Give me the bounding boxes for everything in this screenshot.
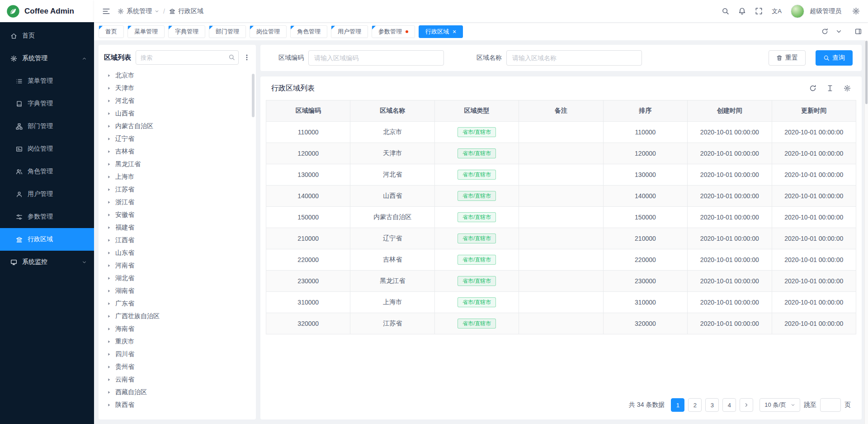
page-size-select[interactable]: 10 条/页 — [760, 398, 800, 412]
tree-item[interactable]: 黑龙江省 — [104, 158, 250, 171]
page-scrollbar-thumb[interactable] — [865, 41, 868, 104]
chevron-down-icon[interactable] — [835, 28, 842, 35]
table-row[interactable]: 120000 天津市 省市/直辖市 120000 2020-10-01 00:0… — [266, 143, 856, 164]
username[interactable]: 超级管理员 — [810, 7, 841, 15]
table-row[interactable]: 110000 北京市 省市/直辖市 110000 2020-10-01 00:0… — [266, 122, 856, 143]
table-row[interactable]: 230000 黑龙江省 省市/直辖市 230000 2020-10-01 00:… — [266, 271, 856, 292]
caret-right-icon[interactable] — [107, 99, 111, 103]
table-row[interactable]: 320000 江苏省 省市/直辖市 320000 2020-10-01 00:0… — [266, 313, 856, 334]
tree-item[interactable]: 山东省 — [104, 247, 250, 259]
caret-right-icon[interactable] — [107, 175, 111, 179]
next-page-button[interactable] — [740, 398, 753, 412]
caret-right-icon[interactable] — [107, 213, 111, 217]
tree-item[interactable]: 福建省 — [104, 221, 250, 234]
tab-close-icon[interactable]: × — [453, 29, 456, 35]
tree-item[interactable]: 广西壮族自治区 — [104, 310, 250, 323]
sidebar-subitem[interactable]: 菜单管理 — [0, 70, 94, 92]
caret-right-icon[interactable] — [107, 137, 111, 141]
page-button[interactable]: 2 — [688, 398, 702, 412]
table-row[interactable]: 130000 河北省 省市/直辖市 130000 2020-10-01 00:0… — [266, 164, 856, 186]
sidebar-subitem[interactable]: 部门管理 — [0, 115, 94, 138]
panel-toggle-icon[interactable] — [855, 28, 862, 35]
tree-item[interactable]: 浙江省 — [104, 196, 250, 209]
tree-search-input[interactable] — [136, 50, 239, 65]
caret-right-icon[interactable] — [107, 251, 111, 255]
page-button[interactable]: 1 — [671, 398, 684, 412]
table-row[interactable]: 140000 山西省 省市/直辖市 140000 2020-10-01 00:0… — [266, 186, 856, 207]
sidebar-toggle-icon[interactable] — [102, 7, 110, 15]
brand-logo[interactable]: Coffee Admin — [0, 0, 94, 22]
column-settings-icon[interactable] — [844, 85, 851, 92]
tree-item[interactable]: 内蒙古自治区 — [104, 120, 250, 133]
breadcrumb-group[interactable]: 系统管理 — [118, 7, 159, 15]
table-row[interactable]: 150000 内蒙古自治区 省市/直辖市 150000 2020-10-01 0… — [266, 207, 856, 228]
sidebar-subitem[interactable]: 用户管理 — [0, 183, 94, 205]
caret-right-icon[interactable] — [107, 390, 111, 395]
caret-right-icon[interactable] — [107, 339, 111, 344]
region-code-input[interactable] — [308, 50, 444, 66]
bell-icon[interactable] — [738, 7, 746, 15]
caret-right-icon[interactable] — [107, 365, 111, 369]
column-header[interactable]: 更新时间 — [772, 100, 856, 122]
tree-item[interactable]: 上海市 — [104, 171, 250, 183]
tree-item[interactable]: 湖北省 — [104, 272, 250, 285]
tree-item[interactable]: 贵州省 — [104, 361, 250, 373]
tree-item[interactable]: 云南省 — [104, 373, 250, 386]
caret-right-icon[interactable] — [107, 111, 111, 116]
tree-item[interactable]: 广东省 — [104, 297, 250, 310]
search-icon[interactable] — [228, 54, 235, 61]
caret-right-icon[interactable] — [107, 225, 111, 230]
column-header[interactable]: 排序 — [604, 100, 688, 122]
tab[interactable]: 菜单管理 × — [127, 25, 165, 38]
column-header[interactable]: 区域编码 — [266, 100, 350, 122]
caret-right-icon[interactable] — [107, 276, 111, 281]
caret-right-icon[interactable] — [107, 200, 111, 205]
tree-item[interactable]: 西藏自治区 — [104, 386, 250, 399]
tab[interactable]: 字典管理 × — [168, 25, 205, 38]
tab[interactable]: 首页 × — [99, 25, 124, 38]
caret-right-icon[interactable] — [107, 149, 111, 154]
table-row[interactable]: 220000 吉林省 省市/直辖市 220000 2020-10-01 00:0… — [266, 249, 856, 271]
tab[interactable]: 岗位管理 × — [250, 25, 287, 38]
more-options-icon[interactable] — [243, 54, 250, 61]
jump-page-input[interactable] — [820, 398, 841, 412]
tree-item[interactable]: 江苏省 — [104, 183, 250, 196]
region-name-input[interactable] — [506, 50, 642, 66]
sidebar-group-system[interactable]: 系统管理 — [0, 47, 94, 70]
page-scrollbar[interactable] — [864, 40, 868, 424]
page-button[interactable]: 4 — [722, 398, 736, 412]
tree-item[interactable]: 江西省 — [104, 234, 250, 247]
page-button[interactable]: 3 — [705, 398, 719, 412]
column-header[interactable]: 创建时间 — [688, 100, 772, 122]
column-header[interactable]: 区域类型 — [435, 100, 519, 122]
tab[interactable]: 行政区域 × — [419, 25, 463, 38]
tree-item[interactable]: 陕西省 — [104, 399, 250, 411]
tab[interactable]: 用户管理 × — [331, 25, 368, 38]
caret-right-icon[interactable] — [107, 314, 111, 319]
tree-item[interactable]: 甘肃省 — [104, 411, 250, 414]
query-button[interactable]: 查询 — [816, 50, 853, 66]
reset-button[interactable]: 重置 — [769, 50, 806, 66]
settings-gear-icon[interactable] — [852, 7, 860, 15]
column-header[interactable]: 备注 — [519, 100, 603, 122]
tree-scrollbar[interactable] — [252, 74, 255, 117]
sidebar-item-home[interactable]: 首页 — [0, 24, 94, 47]
caret-right-icon[interactable] — [107, 327, 111, 331]
fullscreen-icon[interactable] — [755, 7, 763, 15]
column-header[interactable]: 区域名称 — [350, 100, 434, 122]
translate-icon[interactable]: 文A — [772, 7, 782, 15]
search-icon[interactable] — [722, 7, 729, 15]
sidebar-group-monitor[interactable]: 系统监控 — [0, 251, 94, 273]
tree-item[interactable]: 安徽省 — [104, 209, 250, 221]
caret-right-icon[interactable] — [107, 289, 111, 293]
avatar[interactable] — [791, 5, 804, 18]
caret-right-icon[interactable] — [107, 403, 111, 407]
tree-item[interactable]: 河北省 — [104, 95, 250, 107]
refresh-icon[interactable] — [809, 85, 816, 92]
row-height-icon[interactable] — [826, 85, 834, 92]
tree-item[interactable]: 吉林省 — [104, 145, 250, 158]
sidebar-subitem[interactable]: 字典管理 — [0, 92, 94, 115]
caret-right-icon[interactable] — [107, 187, 111, 192]
caret-right-icon[interactable] — [107, 73, 111, 78]
tree-item[interactable]: 四川省 — [104, 348, 250, 361]
